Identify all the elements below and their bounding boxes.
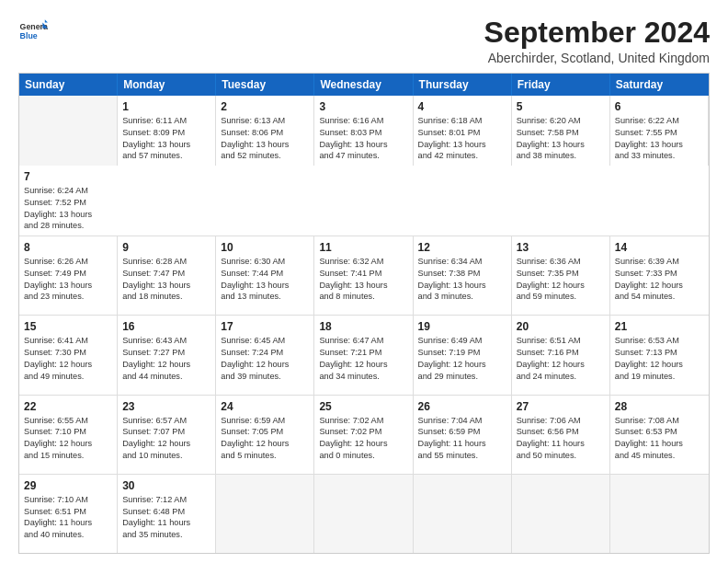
logo-icon: General Blue xyxy=(18,17,48,46)
day-number: 2 xyxy=(221,99,309,114)
calendar-row: 1Sunrise: 6:11 AM Sunset: 8:09 PM Daylig… xyxy=(19,96,709,236)
svg-text:Blue: Blue xyxy=(20,31,38,40)
header-cell-friday: Friday xyxy=(512,74,610,96)
day-info: Sunrise: 6:41 AM Sunset: 7:30 PM Dayligh… xyxy=(24,335,112,382)
calendar-cell: 23Sunrise: 6:57 AM Sunset: 7:07 PM Dayli… xyxy=(118,396,216,474)
day-info: Sunrise: 7:12 AM Sunset: 6:48 PM Dayligh… xyxy=(122,494,210,541)
calendar-cell: 8Sunrise: 6:26 AM Sunset: 7:49 PM Daylig… xyxy=(19,236,118,315)
calendar-cell: 17Sunrise: 6:45 AM Sunset: 7:24 PM Dayli… xyxy=(216,316,314,394)
header-area: General Blue September 2024 Aberchirder,… xyxy=(18,17,710,65)
day-info: Sunrise: 6:55 AM Sunset: 7:10 PM Dayligh… xyxy=(24,415,112,462)
calendar-cell: 11Sunrise: 6:32 AM Sunset: 7:41 PM Dayli… xyxy=(314,236,413,315)
calendar-cell: 1Sunrise: 6:11 AM Sunset: 8:09 PM Daylig… xyxy=(118,96,216,166)
calendar-cell: 6Sunrise: 6:22 AM Sunset: 7:55 PM Daylig… xyxy=(610,96,709,166)
day-number: 6 xyxy=(615,99,703,114)
day-number: 15 xyxy=(24,319,112,334)
calendar-cell: 29Sunrise: 7:10 AM Sunset: 6:51 PM Dayli… xyxy=(19,475,118,553)
header-cell-sunday: Sunday xyxy=(19,74,118,96)
calendar-row: 29Sunrise: 7:10 AM Sunset: 6:51 PM Dayli… xyxy=(19,475,709,553)
day-info: Sunrise: 7:04 AM Sunset: 6:59 PM Dayligh… xyxy=(418,415,506,462)
day-number: 14 xyxy=(615,240,704,255)
day-info: Sunrise: 6:34 AM Sunset: 7:38 PM Dayligh… xyxy=(418,256,506,303)
calendar-cell: 25Sunrise: 7:02 AM Sunset: 7:02 PM Dayli… xyxy=(314,396,413,474)
calendar-cell-empty xyxy=(414,475,512,553)
day-info: Sunrise: 6:45 AM Sunset: 7:24 PM Dayligh… xyxy=(221,335,309,382)
day-info: Sunrise: 7:02 AM Sunset: 7:02 PM Dayligh… xyxy=(319,415,407,462)
day-info: Sunrise: 6:51 AM Sunset: 7:16 PM Dayligh… xyxy=(517,335,605,382)
calendar-cell: 4Sunrise: 6:18 AM Sunset: 8:01 PM Daylig… xyxy=(414,96,512,166)
calendar-row: 15Sunrise: 6:41 AM Sunset: 7:30 PM Dayli… xyxy=(19,316,709,395)
header-cell-thursday: Thursday xyxy=(414,74,512,96)
day-info: Sunrise: 6:16 AM Sunset: 8:03 PM Dayligh… xyxy=(319,115,407,162)
day-number: 7 xyxy=(24,169,113,184)
day-info: Sunrise: 7:10 AM Sunset: 6:51 PM Dayligh… xyxy=(24,494,112,541)
day-info: Sunrise: 6:20 AM Sunset: 7:58 PM Dayligh… xyxy=(517,115,605,162)
calendar-cell-empty xyxy=(216,475,314,553)
day-number: 10 xyxy=(221,240,309,255)
month-title: September 2024 xyxy=(484,17,710,49)
calendar-cell: 5Sunrise: 6:20 AM Sunset: 7:58 PM Daylig… xyxy=(512,96,610,166)
calendar-cell: 14Sunrise: 6:39 AM Sunset: 7:33 PM Dayli… xyxy=(610,236,709,315)
day-info: Sunrise: 6:30 AM Sunset: 7:44 PM Dayligh… xyxy=(221,256,309,303)
calendar-cell-empty xyxy=(512,475,610,553)
calendar-cell: 7Sunrise: 6:24 AM Sunset: 7:52 PM Daylig… xyxy=(19,166,118,236)
day-number: 22 xyxy=(24,399,112,414)
calendar-cell: 9Sunrise: 6:28 AM Sunset: 7:47 PM Daylig… xyxy=(118,236,216,315)
calendar-cell: 18Sunrise: 6:47 AM Sunset: 7:21 PM Dayli… xyxy=(314,316,413,394)
day-number: 30 xyxy=(122,478,210,493)
day-number: 25 xyxy=(319,399,407,414)
calendar-cell: 27Sunrise: 7:06 AM Sunset: 6:56 PM Dayli… xyxy=(512,396,610,474)
calendar-cell: 15Sunrise: 6:41 AM Sunset: 7:30 PM Dayli… xyxy=(19,316,118,394)
day-number: 4 xyxy=(418,99,506,114)
header-cell-saturday: Saturday xyxy=(610,74,709,96)
day-number: 20 xyxy=(517,319,605,334)
calendar-cell: 13Sunrise: 6:36 AM Sunset: 7:35 PM Dayli… xyxy=(512,236,610,315)
day-info: Sunrise: 6:32 AM Sunset: 7:41 PM Dayligh… xyxy=(319,256,407,303)
day-number: 18 xyxy=(319,319,407,334)
calendar-cell: 16Sunrise: 6:43 AM Sunset: 7:27 PM Dayli… xyxy=(118,316,216,394)
location: Aberchirder, Scotland, United Kingdom xyxy=(484,51,710,65)
day-info: Sunrise: 6:26 AM Sunset: 7:49 PM Dayligh… xyxy=(24,256,112,303)
header-cell-tuesday: Tuesday xyxy=(216,74,314,96)
day-number: 11 xyxy=(319,240,407,255)
day-info: Sunrise: 6:13 AM Sunset: 8:06 PM Dayligh… xyxy=(221,115,309,162)
day-info: Sunrise: 6:39 AM Sunset: 7:33 PM Dayligh… xyxy=(615,256,704,303)
day-number: 26 xyxy=(418,399,506,414)
calendar-cell: 26Sunrise: 7:04 AM Sunset: 6:59 PM Dayli… xyxy=(414,396,512,474)
calendar-cell-empty xyxy=(19,96,118,166)
calendar-cell: 10Sunrise: 6:30 AM Sunset: 7:44 PM Dayli… xyxy=(216,236,314,315)
day-info: Sunrise: 7:08 AM Sunset: 6:53 PM Dayligh… xyxy=(615,415,704,462)
day-number: 13 xyxy=(517,240,605,255)
day-number: 29 xyxy=(24,478,112,493)
day-info: Sunrise: 6:49 AM Sunset: 7:19 PM Dayligh… xyxy=(418,335,506,382)
calendar-cell-empty xyxy=(314,475,413,553)
day-info: Sunrise: 6:57 AM Sunset: 7:07 PM Dayligh… xyxy=(122,415,210,462)
day-number: 5 xyxy=(517,99,605,114)
day-info: Sunrise: 6:59 AM Sunset: 7:05 PM Dayligh… xyxy=(221,415,309,462)
logo: General Blue xyxy=(18,17,48,46)
day-info: Sunrise: 6:47 AM Sunset: 7:21 PM Dayligh… xyxy=(319,335,407,382)
day-number: 12 xyxy=(418,240,506,255)
day-info: Sunrise: 7:06 AM Sunset: 6:56 PM Dayligh… xyxy=(517,415,605,462)
calendar: SundayMondayTuesdayWednesdayThursdayFrid… xyxy=(18,73,710,554)
day-number: 27 xyxy=(517,399,605,414)
day-info: Sunrise: 6:43 AM Sunset: 7:27 PM Dayligh… xyxy=(122,335,210,382)
day-number: 17 xyxy=(221,319,309,334)
calendar-row: 22Sunrise: 6:55 AM Sunset: 7:10 PM Dayli… xyxy=(19,396,709,475)
day-number: 23 xyxy=(122,399,210,414)
day-number: 21 xyxy=(615,319,704,334)
calendar-body: 1Sunrise: 6:11 AM Sunset: 8:09 PM Daylig… xyxy=(19,96,709,553)
day-number: 16 xyxy=(122,319,210,334)
day-info: Sunrise: 6:22 AM Sunset: 7:55 PM Dayligh… xyxy=(615,115,703,162)
calendar-cell: 21Sunrise: 6:53 AM Sunset: 7:13 PM Dayli… xyxy=(610,316,709,394)
day-info: Sunrise: 6:36 AM Sunset: 7:35 PM Dayligh… xyxy=(517,256,605,303)
day-info: Sunrise: 6:28 AM Sunset: 7:47 PM Dayligh… xyxy=(122,256,210,303)
day-number: 19 xyxy=(418,319,506,334)
calendar-cell: 2Sunrise: 6:13 AM Sunset: 8:06 PM Daylig… xyxy=(216,96,314,166)
day-info: Sunrise: 6:53 AM Sunset: 7:13 PM Dayligh… xyxy=(615,335,704,382)
day-info: Sunrise: 6:11 AM Sunset: 8:09 PM Dayligh… xyxy=(122,115,210,162)
header-cell-wednesday: Wednesday xyxy=(314,74,413,96)
day-number: 8 xyxy=(24,240,112,255)
calendar-row: 8Sunrise: 6:26 AM Sunset: 7:49 PM Daylig… xyxy=(19,236,709,316)
calendar-cell: 19Sunrise: 6:49 AM Sunset: 7:19 PM Dayli… xyxy=(414,316,512,394)
